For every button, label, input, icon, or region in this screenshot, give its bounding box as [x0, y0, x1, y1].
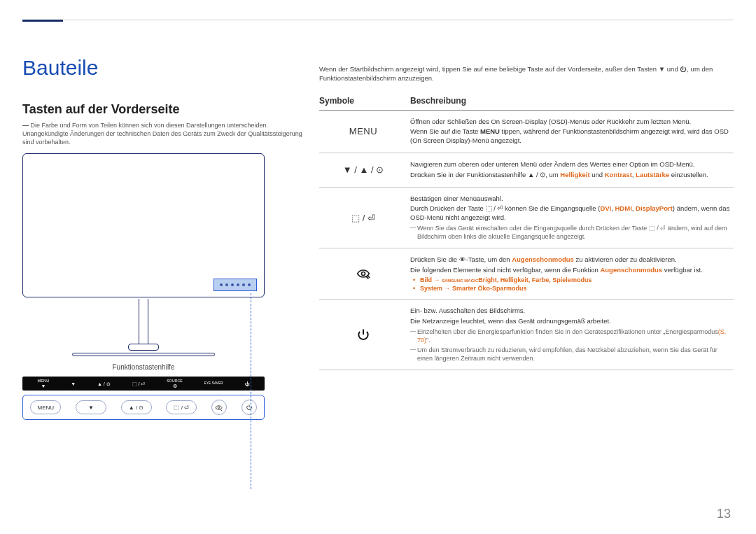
list-item: System → Smarter Öko-Sparmodus — [420, 285, 731, 292]
chapter-title: Bauteile — [22, 56, 302, 80]
table-row: MENU Öffnen oder Schließen des On Screen… — [319, 110, 734, 153]
desc-text: Ein- bzw. Ausschalten des Bildschirms. — [410, 307, 731, 316]
page-number: 13 — [717, 507, 731, 521]
symbol-power — [319, 300, 410, 370]
callout-dashline — [251, 293, 251, 489]
monitor-neck — [139, 299, 148, 344]
desc-menu: Öffnen oder Schließen des On Screen-Disp… — [410, 110, 734, 153]
symbol-enter: ⬚ / ⏎ — [319, 187, 410, 248]
btn-down: ▼ — [76, 400, 106, 414]
desc-text: Die folgenden Elemente sind nicht verfüg… — [410, 266, 731, 275]
figure-caption: Funktionstastenhilfe — [22, 363, 265, 371]
desc-nav: Navigieren zum oberen oder unteren Menü … — [410, 153, 734, 188]
strip-eyesaver: EYE SAVER — [204, 382, 223, 386]
symbol-menu: MENU — [319, 110, 410, 153]
col-description: Beschreibung — [410, 92, 734, 111]
osd-function-strip: MENU▼ ▼ ▲ / ⊙ ⬚ / ⏎ SOURCE⚙ EYE SAVER ⏻ — [22, 377, 265, 391]
strip-enter: ⬚ / ⏎ — [132, 381, 146, 386]
symbol-eye — [319, 248, 410, 300]
list-item: Bild → SAMSUNG MAGICBright, Helligkeit, … — [420, 276, 731, 283]
monitor-base — [72, 353, 215, 356]
strip-up-target: ▲ / ⊙ — [97, 381, 111, 386]
physical-buttons: MENU ▼ ▲ / ⊙ ⬚ / ⏎ — [22, 395, 265, 420]
strip-menu: MENU▼ — [37, 379, 49, 389]
intro-text: Wenn der Startbildschirm angezeigt wird,… — [319, 64, 734, 83]
btn-menu: MENU — [30, 400, 61, 414]
btn-up-target: ▲ / ⊙ — [121, 400, 152, 414]
eye-icon — [215, 404, 223, 412]
btn-power — [241, 400, 257, 415]
unavailable-list: Bild → SAMSUNG MAGICBright, Helligkeit, … — [410, 276, 731, 292]
section-note-text: Die Farbe und Form von Teilen können sic… — [22, 122, 302, 146]
monitor-hinge — [128, 344, 159, 351]
top-rule — [22, 20, 734, 20]
btn-enter: ⬚ / ⏎ — [166, 400, 197, 414]
strip-power: ⏻ — [245, 381, 250, 386]
svg-line-1 — [221, 409, 223, 411]
desc-subnote: Einzelheiten über die Energiesparfunktio… — [410, 328, 731, 344]
btn-eye — [211, 400, 227, 415]
section-title: Tasten auf der Vorderseite — [22, 102, 302, 117]
eye-icon — [356, 267, 370, 281]
button-strip-highlight — [214, 279, 257, 291]
desc-text: Wenn Sie auf die Taste MENU tippen, währ… — [410, 127, 731, 146]
desc-text: Öffnen oder Schließen des On Screen-Disp… — [410, 118, 731, 127]
desc-text: Navigieren zum oberen oder unteren Menü … — [410, 160, 731, 169]
desc-text: Bestätigen einer Menüauswahl. — [410, 195, 731, 204]
power-icon — [246, 404, 253, 411]
desc-enter: Bestätigen einer Menüauswahl. Durch Drüc… — [410, 187, 734, 248]
monitor-figure: Funktionstastenhilfe MENU▼ ▼ ▲ / ⊙ ⬚ / ⏎… — [22, 153, 265, 420]
table-row: ⬚ / ⏎ Bestätigen einer Menüauswahl. Durc… — [319, 187, 734, 248]
col-symbols: Symbole — [319, 92, 410, 111]
table-row: Ein- bzw. Ausschalten des Bildschirms. D… — [319, 300, 734, 370]
symbol-nav: ▼ / ▲ / ⊙ — [319, 153, 410, 188]
table-row: Drücken Sie die 👁-Taste, um den Augensch… — [319, 248, 734, 300]
desc-eye: Drücken Sie die 👁-Taste, um den Augensch… — [410, 248, 734, 300]
power-icon — [356, 328, 370, 342]
desc-subnote: Um den Stromverbrauch zu reduzieren, wir… — [410, 346, 731, 363]
controls-table: Symbole Beschreibung MENU Öffnen oder Sc… — [319, 92, 734, 371]
monitor-outline — [22, 153, 265, 297]
desc-text: Drücken Sie die 👁-Taste, um den Augensch… — [410, 255, 731, 265]
table-row: ▼ / ▲ / ⊙ Navigieren zum oberen oder unt… — [319, 153, 734, 188]
strip-source: SOURCE⚙ — [167, 379, 183, 388]
desc-text: Drücken Sie in der Funktionstastenhilfe … — [410, 171, 731, 180]
desc-power: Ein- bzw. Ausschalten des Bildschirms. D… — [410, 300, 734, 370]
section-note: ― Die Farbe und Form von Teilen können s… — [22, 121, 302, 146]
svg-point-2 — [362, 272, 365, 276]
desc-subnote: Wenn Sie das Gerät einschalten oder die … — [410, 224, 731, 241]
desc-text: Die Netzanzeige leuchtet, wenn das Gerät… — [410, 317, 731, 326]
desc-text: Durch Drücken der Taste ⬚ / ⏎ können Sie… — [410, 204, 731, 223]
svg-point-0 — [218, 407, 220, 408]
strip-down: ▼ — [71, 381, 76, 386]
